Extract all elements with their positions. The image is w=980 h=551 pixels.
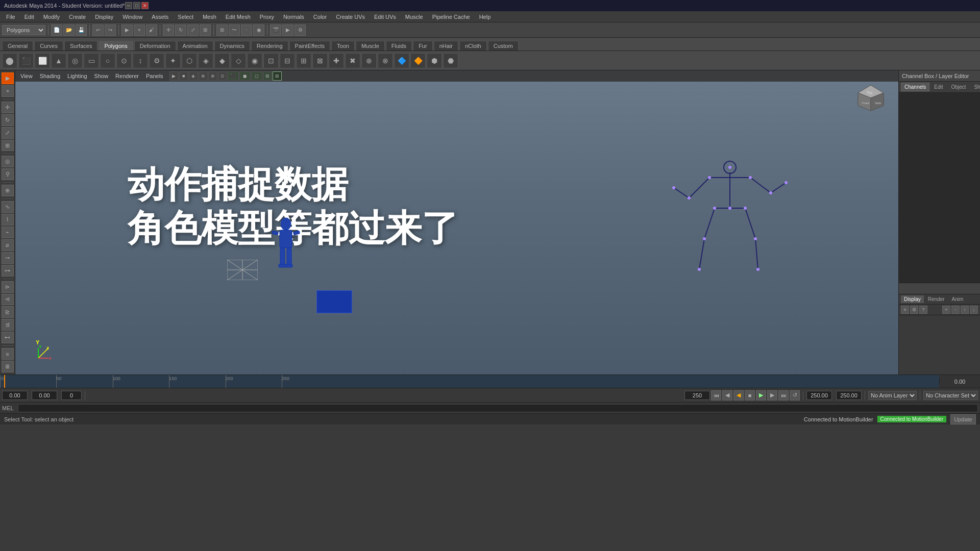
extra-tool-3[interactable]: ⊵: [2, 306, 14, 318]
shelf-tab-toon[interactable]: Toon: [331, 41, 355, 51]
shelf-tab-ncloth[interactable]: nCloth: [459, 41, 487, 51]
extra-tool-2[interactable]: ⊲: [2, 294, 14, 306]
curve-tool-4[interactable]: ⌀: [2, 239, 14, 251]
play-back-button[interactable]: ◀: [733, 390, 744, 400]
shelf-icon-torus[interactable]: ◎: [67, 53, 83, 68]
vp-icon-1[interactable]: ▶: [169, 71, 179, 81]
shelf-icon-misc10[interactable]: ✖: [345, 53, 360, 68]
rp-tab-object[interactable]: Object: [948, 83, 970, 91]
shelf-icon-plane[interactable]: ▭: [84, 53, 99, 68]
shelf-tab-fur[interactable]: Fur: [413, 41, 433, 51]
menu-color[interactable]: Color: [309, 13, 331, 21]
frame-input[interactable]: [61, 391, 82, 400]
shelf-tab-polygons[interactable]: Polygons: [99, 41, 133, 51]
shelf-icon-cone[interactable]: ▲: [51, 53, 66, 68]
vp-icon-6[interactable]: ⊙: [218, 71, 227, 81]
vp-menu-lighting[interactable]: Lighting: [64, 72, 90, 80]
end-frame-2-input[interactable]: [836, 391, 862, 400]
undo-button[interactable]: ↩: [92, 24, 104, 36]
layer-tab-render[interactable]: Render: [925, 295, 948, 303]
menu-edit[interactable]: Edit: [20, 13, 38, 21]
snap-point-button[interactable]: ·: [241, 24, 252, 36]
render-button[interactable]: 🎬: [270, 24, 281, 36]
shelf-icon-misc2[interactable]: ◆: [214, 53, 230, 68]
shelf-icon-platonic[interactable]: ⬡: [182, 53, 197, 68]
vp-menu-renderer[interactable]: Renderer: [112, 72, 142, 80]
move-tool-button[interactable]: ✛: [163, 24, 174, 36]
shelf-icon-cube[interactable]: ⬛: [18, 53, 34, 68]
update-button[interactable]: Update: [950, 414, 976, 424]
sculpt-tool[interactable]: ⚲: [2, 168, 14, 180]
shelf-icon-misc5[interactable]: ⊡: [263, 53, 279, 68]
rotate-tool[interactable]: ↻: [2, 114, 14, 126]
timeline-end-value[interactable]: 0.00: [939, 379, 980, 385]
curve-tool-6[interactable]: ⊶: [2, 265, 14, 277]
range-start-input[interactable]: [32, 391, 57, 400]
play-forward-button[interactable]: ▶: [756, 390, 766, 400]
character-set-select[interactable]: No Character Set: [923, 391, 978, 400]
snap-grid-button[interactable]: ⊞: [216, 24, 228, 36]
range-end-display[interactable]: [684, 391, 710, 400]
shelf-tab-muscle[interactable]: Muscle: [356, 41, 385, 51]
soft-mod-tool[interactable]: ◎: [2, 156, 14, 167]
rotate-tool-button[interactable]: ↻: [175, 24, 186, 36]
vp-icon-2[interactable]: ■: [179, 71, 188, 81]
curve-tool-5[interactable]: ⊸: [2, 252, 14, 264]
mode-select[interactable]: Polygons Surfaces Dynamics Rendering nDy…: [2, 25, 45, 35]
menu-muscle[interactable]: Muscle: [401, 13, 427, 21]
vp-menu-shading[interactable]: Shading: [37, 72, 63, 80]
close-button[interactable]: ✕: [141, 2, 149, 9]
shelf-tab-deformation[interactable]: Deformation: [134, 41, 176, 51]
extra-tool-6[interactable]: ≡: [2, 348, 14, 360]
shelf-tab-nhair[interactable]: nHair: [434, 41, 458, 51]
shelf-icon-cylinder[interactable]: ⬜: [35, 53, 50, 68]
shelf-icon-misc13[interactable]: 🔷: [394, 53, 409, 68]
vp-icon-grid2[interactable]: ⊞: [273, 71, 282, 81]
shelf-icon-misc3[interactable]: ◇: [231, 53, 246, 68]
transform-tool[interactable]: ⊞: [2, 140, 14, 152]
shelf-icon-soccer[interactable]: ✦: [165, 53, 181, 68]
move-tool[interactable]: ✛: [2, 102, 14, 113]
menu-create-uvs[interactable]: Create UVs: [332, 13, 369, 21]
shelf-icon-circle[interactable]: ○: [100, 53, 115, 68]
shelf-tab-animation[interactable]: Animation: [177, 41, 213, 51]
shelf-icon-gear[interactable]: ⚙: [149, 53, 164, 68]
ipr-render-button[interactable]: ▶: [282, 24, 293, 36]
layer-tab-display[interactable]: Display: [901, 295, 924, 303]
curve-tool-3[interactable]: ⌁: [2, 227, 14, 238]
extra-tool-1[interactable]: ⊳: [2, 281, 14, 293]
layer-sub-options[interactable]: ⚙: [910, 306, 918, 314]
menu-assets[interactable]: Assets: [148, 13, 173, 21]
open-scene-button[interactable]: 📂: [63, 24, 75, 36]
shelf-icon-misc7[interactable]: ⊞: [296, 53, 311, 68]
menu-display[interactable]: Display: [91, 13, 117, 21]
minimize-button[interactable]: ─: [125, 2, 132, 9]
select-tool-button[interactable]: ▶: [121, 24, 133, 36]
menu-modify[interactable]: Modify: [39, 13, 64, 21]
shelf-tab-fluids[interactable]: Fluids: [386, 41, 412, 51]
shelf-icon-misc6[interactable]: ⊟: [280, 53, 295, 68]
snap-curve-button[interactable]: 〜: [229, 24, 240, 36]
curve-tool-1[interactable]: ∿: [2, 201, 14, 213]
shelf-icon-pipe[interactable]: ⊙: [116, 53, 132, 68]
extra-tool-4[interactable]: ⊴: [2, 319, 14, 331]
vp-menu-show[interactable]: Show: [91, 72, 112, 80]
save-scene-button[interactable]: 💾: [76, 24, 87, 36]
new-scene-button[interactable]: 📄: [51, 24, 62, 36]
layer-icon-4[interactable]: ↓: [970, 306, 978, 314]
extra-tool-7[interactable]: ≣: [2, 361, 14, 372]
anim-layer-select[interactable]: No Anim Layer: [868, 391, 917, 400]
vp-icon-shade1[interactable]: ⬛: [228, 71, 239, 81]
shelf-icon-misc12[interactable]: ⊗: [378, 53, 393, 68]
menu-mesh[interactable]: Mesh: [199, 13, 220, 21]
menu-edit-uvs[interactable]: Edit UVs: [370, 13, 400, 21]
go-end-button[interactable]: ⏭: [778, 390, 789, 400]
rp-tab-channels[interactable]: Channels: [901, 83, 929, 91]
layer-icon-3[interactable]: ↑: [961, 306, 969, 314]
shelf-icon-misc1[interactable]: ◈: [198, 53, 213, 68]
scale-tool[interactable]: ⤢: [2, 127, 14, 139]
menu-select[interactable]: Select: [174, 13, 198, 21]
vp-icon-grid1[interactable]: ⊞: [263, 71, 272, 81]
menu-window[interactable]: Window: [118, 13, 146, 21]
select-tool[interactable]: ▶: [2, 72, 14, 84]
